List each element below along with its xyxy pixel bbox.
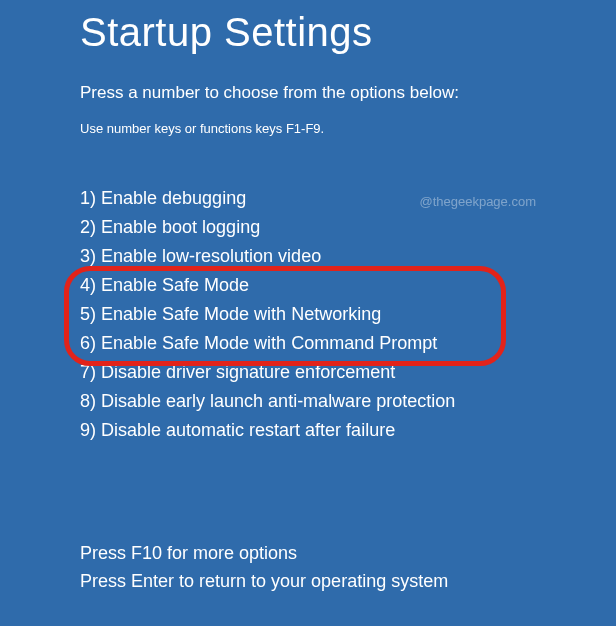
option-item[interactable]: 8) Disable early launch anti-malware pro… [80, 387, 616, 416]
option-item[interactable]: 6) Enable Safe Mode with Command Prompt [80, 329, 616, 358]
watermark: @thegeekpage.com [419, 194, 536, 209]
option-item[interactable]: 3) Enable low-resolution video [80, 242, 616, 271]
option-number: 3 [80, 246, 90, 266]
option-number: 4 [80, 275, 90, 295]
option-label: Enable Safe Mode [101, 275, 249, 295]
option-item[interactable]: 9) Disable automatic restart after failu… [80, 416, 616, 445]
option-label: Enable low-resolution video [101, 246, 321, 266]
option-item[interactable]: 4) Enable Safe Mode [80, 271, 616, 300]
option-item[interactable]: 7) Disable driver signature enforcement [80, 358, 616, 387]
option-label: Enable boot logging [101, 217, 260, 237]
option-item[interactable]: 2) Enable boot logging [80, 213, 616, 242]
option-label: Disable automatic restart after failure [101, 420, 395, 440]
option-label: Enable Safe Mode with Networking [101, 304, 381, 324]
option-label: Disable early launch anti-malware protec… [101, 391, 455, 411]
page-title: Startup Settings [80, 10, 616, 55]
hint-text: Use number keys or functions keys F1-F9. [80, 121, 616, 136]
option-label: Disable driver signature enforcement [101, 362, 395, 382]
option-number: 8 [80, 391, 90, 411]
option-number: 6 [80, 333, 90, 353]
option-label: Enable debugging [101, 188, 246, 208]
footer-return: Press Enter to return to your operating … [80, 567, 616, 595]
option-number: 9 [80, 420, 90, 440]
option-number: 5 [80, 304, 90, 324]
option-number: 2 [80, 217, 90, 237]
subtitle: Press a number to choose from the option… [80, 83, 616, 103]
option-item[interactable]: 5) Enable Safe Mode with Networking [80, 300, 616, 329]
option-number: 1 [80, 188, 90, 208]
option-number: 7 [80, 362, 90, 382]
options-list: 1) Enable debugging 2) Enable boot loggi… [80, 184, 616, 445]
footer-more-options: Press F10 for more options [80, 539, 616, 567]
option-label: Enable Safe Mode with Command Prompt [101, 333, 437, 353]
startup-settings-screen: Startup Settings Press a number to choos… [0, 0, 616, 595]
